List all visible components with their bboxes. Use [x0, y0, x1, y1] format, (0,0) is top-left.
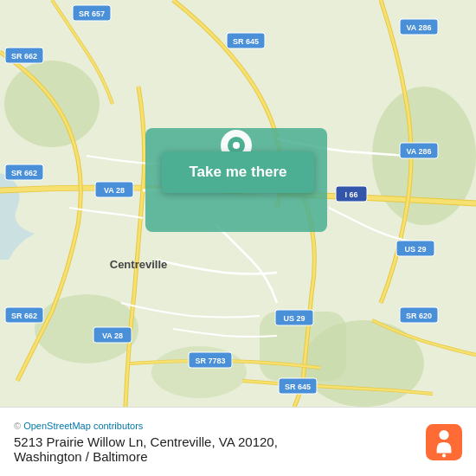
svg-text:I 66: I 66	[344, 190, 357, 199]
svg-text:VA 286: VA 286	[406, 147, 431, 156]
svg-text:VA 286: VA 286	[406, 23, 431, 32]
svg-text:SR 7783: SR 7783	[195, 357, 225, 365]
address-line2: Washington / Baltimore	[14, 449, 148, 464]
svg-text:SR 657: SR 657	[79, 10, 105, 18]
button-container: Take me there	[161, 151, 314, 193]
svg-text:SR 662: SR 662	[11, 169, 37, 177]
info-left: © OpenStreetMap contributors 5213 Prairi…	[14, 421, 278, 464]
svg-text:US 29: US 29	[283, 314, 305, 323]
moovit-logo	[426, 424, 462, 460]
svg-text:SR 662: SR 662	[11, 52, 37, 61]
svg-point-43	[439, 430, 448, 440]
copyright-text: © OpenStreetMap contributors	[14, 421, 278, 431]
svg-text:SR 645: SR 645	[285, 383, 311, 391]
svg-point-41	[233, 142, 240, 149]
svg-point-1	[4, 61, 100, 147]
svg-text:SR 645: SR 645	[233, 37, 259, 46]
osm-link[interactable]: OpenStreetMap contributors	[23, 421, 143, 431]
svg-text:US 29: US 29	[404, 245, 426, 254]
map-container: SR 657 SR 645 VA 286 SR 662 SR 662 VA 28…	[0, 0, 476, 407]
svg-text:VA 28: VA 28	[102, 331, 123, 340]
copyright-symbol: ©	[14, 421, 23, 431]
address-line1: 5213 Prairie Willow Ln, Centreville, VA …	[14, 434, 278, 449]
svg-text:VA 28: VA 28	[104, 186, 125, 195]
map-svg: SR 657 SR 645 VA 286 SR 662 SR 662 VA 28…	[0, 0, 476, 407]
info-bar: © OpenStreetMap contributors 5213 Prairi…	[0, 407, 476, 476]
address-text: 5213 Prairie Willow Ln, Centreville, VA …	[14, 434, 278, 464]
svg-text:SR 662: SR 662	[11, 312, 37, 320]
take-me-there-button[interactable]: Take me there	[161, 151, 314, 193]
svg-point-44	[442, 453, 446, 457]
svg-text:SR 620: SR 620	[406, 312, 432, 320]
svg-text:Centreville: Centreville	[110, 258, 167, 271]
moovit-icon	[426, 424, 462, 460]
